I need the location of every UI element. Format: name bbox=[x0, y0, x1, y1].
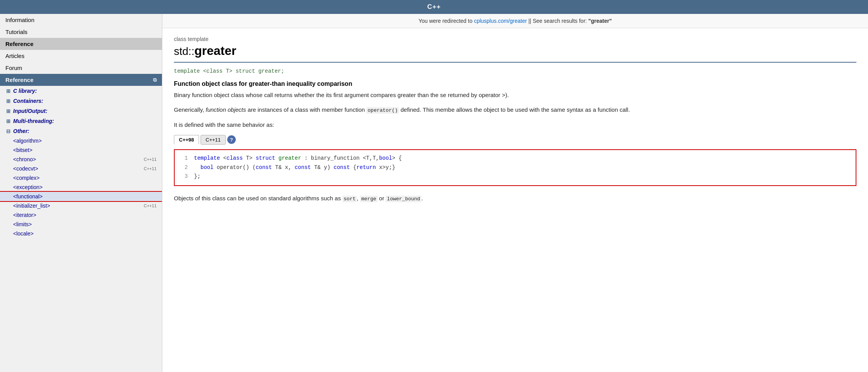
redirect-text-before: You were redirected to bbox=[419, 18, 474, 24]
code-line-2: 2 bool operator() (const T& x, const T& … bbox=[181, 163, 849, 172]
sidebar-nav-tutorials[interactable]: Tutorials bbox=[0, 26, 162, 38]
sub-label-locale: <locale> bbox=[13, 230, 34, 237]
top-bar: C++ bbox=[0, 0, 868, 14]
toggle-icon-c-library: ⊞ bbox=[5, 88, 11, 94]
toggle-icon-containers: ⊞ bbox=[5, 98, 11, 104]
cxx-badge-initializer_list: C++11 bbox=[144, 203, 157, 208]
sidebar-sub-limits[interactable]: <limits> bbox=[0, 220, 162, 229]
sub-label-initializer_list: <initializer_list> bbox=[13, 203, 50, 209]
code-block: 1 template <class T> struct greater : bi… bbox=[174, 149, 856, 186]
redirect-link[interactable]: cplusplus.com/greater bbox=[474, 18, 527, 24]
page-content: class template std::greater template <cl… bbox=[162, 28, 868, 211]
redirect-text-middle: || See search results for: bbox=[527, 18, 588, 24]
sidebar-tree-c-library[interactable]: ⊞C library: bbox=[0, 86, 162, 96]
top-bar-title: C++ bbox=[427, 3, 441, 10]
code-line-1: 1 template <class T> struct greater : bi… bbox=[181, 154, 849, 163]
description1: Binary function object class whose call … bbox=[174, 90, 856, 100]
bottom-text-mid1: , bbox=[357, 195, 360, 201]
sidebar-tree: ⊞C library:⊞Containers:⊞Input/Output:⊞Mu… bbox=[0, 86, 162, 238]
sidebar-expand-icon[interactable]: ⧉ bbox=[153, 77, 157, 83]
page-title-name: greater bbox=[194, 44, 237, 58]
bottom-code-lower-bound: lower_bound bbox=[386, 196, 421, 202]
sidebar-tree-multi-threading[interactable]: ⊞Multi-threading: bbox=[0, 116, 162, 126]
redirect-bar: You were redirected to cplusplus.com/gre… bbox=[162, 14, 868, 28]
bottom-code-merge: merge bbox=[360, 196, 378, 202]
tree-label-other: Other: bbox=[13, 128, 29, 134]
sidebar-tree-other[interactable]: ⊟Other: bbox=[0, 126, 162, 136]
redirect-search-term: "greater" bbox=[588, 18, 612, 24]
sidebar-nav-information[interactable]: Information bbox=[0, 14, 162, 26]
toggle-icon-other: ⊟ bbox=[5, 128, 11, 134]
sidebar-sub-locale[interactable]: <locale> bbox=[0, 229, 162, 238]
toggle-icon-multi-threading: ⊞ bbox=[5, 118, 11, 124]
desc2-end: defined. This membe allows the object to… bbox=[399, 106, 630, 113]
main-layout: InformationTutorialsReferenceArticlesFor… bbox=[0, 14, 868, 372]
tab-cpp98[interactable]: C++98 bbox=[174, 135, 199, 145]
tree-label-multi-threading: Multi-threading: bbox=[13, 118, 54, 124]
version-tabs: C++98 C++11 ? bbox=[174, 135, 856, 145]
sub-label-codecvt: <codecvt> bbox=[13, 166, 38, 172]
sidebar-nav: InformationTutorialsReferenceArticlesFor… bbox=[0, 14, 162, 74]
page-title-ns: std:: bbox=[174, 45, 194, 57]
sidebar-reference-title: Reference bbox=[5, 77, 34, 83]
sidebar-sub-complex[interactable]: <complex> bbox=[0, 173, 162, 183]
code-line-3: 3 }; bbox=[181, 172, 849, 181]
desc2-prefix: Generically, bbox=[174, 106, 206, 113]
sub-label-chrono: <chrono> bbox=[13, 156, 36, 162]
sidebar-sub-algorithm[interactable]: <algorithm> bbox=[0, 136, 162, 145]
sub-label-algorithm: <algorithm> bbox=[13, 138, 42, 144]
tree-label-c-library: C library: bbox=[13, 88, 37, 94]
tree-label-containers: Containers: bbox=[13, 98, 43, 104]
desc2-italic: function objects bbox=[206, 106, 246, 113]
sub-label-functional: <functional> bbox=[13, 193, 43, 200]
help-icon[interactable]: ? bbox=[227, 135, 236, 144]
content-area: You were redirected to cplusplus.com/gre… bbox=[162, 14, 868, 372]
desc2-code: operator() bbox=[366, 107, 399, 114]
desc2-suffix: are instances of a class with member fun… bbox=[246, 106, 367, 113]
sidebar-tree-input-output[interactable]: ⊞Input/Output: bbox=[0, 106, 162, 116]
code-declaration: template <class T> struct greater; bbox=[174, 68, 856, 74]
sidebar-reference-header: Reference ⧉ bbox=[0, 74, 162, 86]
sidebar-sub-functional[interactable]: <functional> bbox=[0, 192, 162, 201]
sidebar-nav-forum[interactable]: Forum bbox=[0, 62, 162, 74]
sidebar-nav-articles[interactable]: Articles bbox=[0, 50, 162, 62]
sub-label-bitset: <bitset> bbox=[13, 147, 32, 153]
description3: It is defined with the same behavior as: bbox=[174, 120, 856, 130]
sidebar: InformationTutorialsReferenceArticlesFor… bbox=[0, 14, 162, 372]
bottom-text-mid2: or bbox=[378, 195, 386, 201]
sidebar-sub-chrono[interactable]: <chrono>C++11 bbox=[0, 155, 162, 164]
toggle-icon-input-output: ⊞ bbox=[5, 108, 11, 114]
sub-label-exception: <exception> bbox=[13, 184, 43, 190]
sidebar-sub-initializer_list[interactable]: <initializer_list>C++11 bbox=[0, 201, 162, 210]
section-title: Function object class for greater-than i… bbox=[174, 80, 856, 87]
sub-label-iterator: <iterator> bbox=[13, 212, 36, 218]
sub-label-limits: <limits> bbox=[13, 221, 32, 227]
cxx-badge-chrono: C++11 bbox=[144, 157, 157, 162]
sidebar-sub-bitset[interactable]: <bitset> bbox=[0, 145, 162, 155]
sidebar-sub-iterator[interactable]: <iterator> bbox=[0, 210, 162, 220]
class-template-label: class template bbox=[174, 36, 856, 42]
sidebar-sub-exception[interactable]: <exception> bbox=[0, 183, 162, 192]
sidebar-nav-reference[interactable]: Reference bbox=[0, 38, 162, 50]
cxx-badge-codecvt: C++11 bbox=[144, 166, 157, 171]
tab-cpp11[interactable]: C++11 bbox=[201, 135, 226, 145]
sidebar-sub-codecvt[interactable]: <codecvt>C++11 bbox=[0, 164, 162, 173]
bottom-text-prefix: Objects of this class can be used on sta… bbox=[174, 195, 342, 201]
bottom-description: Objects of this class can be used on sta… bbox=[174, 194, 856, 203]
sub-label-complex: <complex> bbox=[13, 175, 39, 181]
tree-label-input-output: Input/Output: bbox=[13, 108, 48, 114]
bottom-text-suffix: . bbox=[421, 195, 423, 201]
sidebar-tree-containers[interactable]: ⊞Containers: bbox=[0, 96, 162, 106]
bottom-code-sort: sort bbox=[342, 196, 357, 202]
description2: Generically, function objects are instan… bbox=[174, 105, 856, 115]
page-title: std::greater bbox=[174, 44, 856, 63]
